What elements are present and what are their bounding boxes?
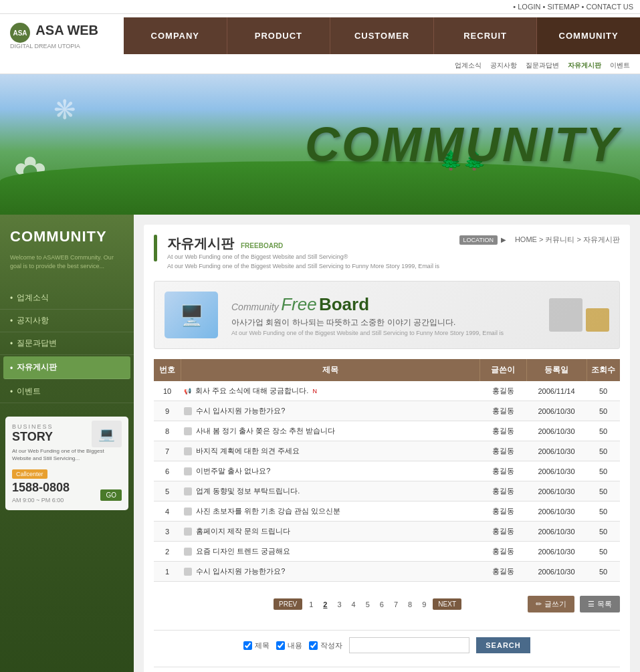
cell-author: 홍길동 [479, 421, 526, 441]
sidebar-item-event[interactable]: • 이벤트 [0, 380, 134, 403]
sidebar-item-notice[interactable]: • 공지사항 [0, 310, 134, 332]
cell-title[interactable]: 수시 입사지원 가능한가요? [181, 401, 479, 421]
normal-icon [184, 427, 192, 435]
login-link[interactable]: • LOGIN [513, 3, 540, 11]
page-3[interactable]: 3 [334, 599, 344, 610]
checkbox-content-input[interactable] [276, 641, 285, 650]
cell-views: 50 [586, 501, 620, 522]
table-row[interactable]: 7 바지직 계획에 대한 의견 주세요 홍길동 2006/10/30 50 [154, 441, 620, 461]
cell-title[interactable]: 📢 회사 주요 소식에 대해 궁금합니다. N [181, 381, 479, 401]
table-row[interactable]: 5 업계 동향및 정보 부탁드립니다. 홍길동 2006/10/30 50 [154, 481, 620, 501]
notice-icon: 📢 [184, 388, 191, 395]
cell-date: 2006/10/30 [526, 421, 586, 441]
checkbox-title-label: 제목 [255, 641, 270, 651]
board-table: 번호 제목 글쓴이 등록일 조회수 10 📢 회사 주요 소식에 대해 궁금합니… [154, 359, 620, 582]
cell-views: 50 [586, 461, 620, 481]
normal-icon [184, 508, 192, 516]
bullet-icon: • [10, 339, 13, 348]
cell-date: 2006/11/14 [526, 381, 586, 401]
table-row[interactable]: 1 수시 입사지원 가능한가요? 홍길동 2006/10/30 50 [154, 562, 620, 582]
cell-num: 4 [154, 501, 181, 522]
cell-author: 홍길동 [479, 401, 526, 421]
divider [154, 667, 620, 667]
page-7[interactable]: 7 [391, 599, 401, 610]
content-wrapper: COMMUNITY Welcome to ASAWEB Community. O… [0, 215, 640, 672]
deco-box-1 [549, 298, 582, 332]
header-accent [154, 235, 157, 261]
page-9[interactable]: 9 [419, 599, 429, 610]
nav-customer[interactable]: CUSTOMER [330, 17, 434, 54]
table-row[interactable]: 2 요즘 디자인 트렌드 궁금해요 홍길동 2006/10/30 50 [154, 542, 620, 562]
cell-title[interactable]: 홈페이지 제작 문의 드립니다 [181, 522, 479, 542]
nav-recruit[interactable]: RECRUIt [434, 17, 538, 54]
list-button[interactable]: ☰ 목록 [580, 596, 620, 612]
cell-author: 홍길동 [479, 441, 526, 461]
page-4[interactable]: 4 [348, 599, 359, 610]
nav-community[interactable]: COMMUNITY [537, 17, 640, 54]
next-button[interactable]: NEXT [433, 598, 461, 610]
search-checkbox-title[interactable]: 제목 [243, 641, 270, 651]
checkbox-author-input[interactable] [309, 641, 318, 650]
page-desc-1: At our Web Funding one of the Biggest We… [167, 253, 439, 262]
page-header: 자유게시판 FREEBOARD At our Web Funding one o… [154, 235, 439, 271]
subnav-freeboard[interactable]: 자유게시판 [568, 62, 601, 69]
logo-icon: ASA [10, 23, 30, 43]
deco-box-2 [586, 308, 609, 332]
go-button[interactable]: GO [100, 489, 122, 501]
page-6[interactable]: 6 [377, 599, 387, 610]
prev-button[interactable]: PREV [274, 598, 302, 610]
cell-date: 2006/10/30 [526, 522, 586, 542]
search-checkbox-author[interactable]: 작성자 [309, 641, 342, 651]
cell-date: 2006/10/30 [526, 441, 586, 461]
page-1[interactable]: 1 [306, 599, 316, 610]
page-title-label: FREEBOARD [241, 242, 283, 249]
contact-link[interactable]: • CONTACT US [582, 3, 633, 11]
subnav-event[interactable]: 이벤트 [610, 62, 630, 69]
cell-num: 10 [154, 381, 181, 401]
sidebar-business-card: BUSINESS STORY 💻 At our Web Funding one … [5, 417, 128, 510]
table-row[interactable]: 9 수시 입사지원 가능한가요? 홍길동 2006/10/30 50 [154, 401, 620, 421]
page-8[interactable]: 8 [405, 599, 415, 610]
sidebar-item-freeboard[interactable]: • 자유게시판 [3, 356, 130, 379]
cell-author: 홍길동 [479, 481, 526, 501]
normal-icon [184, 487, 192, 495]
sitemap-link[interactable]: • SITEMAP [543, 3, 580, 11]
page-5[interactable]: 5 [362, 599, 373, 610]
write-button[interactable]: ✏ 글쓰기 [528, 596, 574, 612]
table-row[interactable]: 6 이번주말 출사 없나요? 홍길동 2006/10/30 50 [154, 461, 620, 481]
th-views: 조회수 [586, 359, 620, 381]
cell-author: 홍길동 [479, 381, 526, 401]
subnav-industry[interactable]: 업계소식 [455, 62, 482, 69]
search-checkbox-content[interactable]: 내용 [276, 641, 302, 651]
logo-subtitle: DIGITAL DREAM UTOPIA [10, 43, 114, 49]
subnav-notice[interactable]: 공지사항 [490, 62, 517, 69]
nav-company[interactable]: COMPANY [124, 17, 227, 54]
cell-date: 2006/10/30 [526, 542, 586, 562]
list-icon: ☰ [588, 600, 595, 608]
table-row[interactable]: 10 📢 회사 주요 소식에 대해 궁금합니다. N 홍길동 2006/11/1… [154, 381, 620, 401]
cell-title[interactable]: 사내 봄 정기 출사 쫒은 장소 추천 받습니다 [181, 421, 479, 441]
cell-title[interactable]: 사진 초보자를 위한 기초 강습 관심 있으신분 [181, 501, 479, 522]
table-row[interactable]: 8 사내 봄 정기 출사 쫒은 장소 추천 받습니다 홍길동 2006/10/3… [154, 421, 620, 441]
sidebar-item-qna[interactable]: • 질문과답변 [0, 332, 134, 355]
cell-title[interactable]: 업계 동향및 정보 부탁드립니다. [181, 481, 479, 501]
table-row[interactable]: 4 사진 초보자를 위한 기초 강습 관심 있으신분 홍길동 2006/10/3… [154, 501, 620, 522]
cell-title[interactable]: 수시 입사지원 가능한가요? [181, 562, 479, 582]
cell-num: 5 [154, 481, 181, 501]
nav-product[interactable]: PRODUCT [227, 17, 331, 54]
table-row[interactable]: 3 홈페이지 제작 문의 드립니다 홍길동 2006/10/30 50 [154, 522, 620, 542]
bullet-icon: • [10, 387, 13, 397]
checkbox-title-input[interactable] [243, 641, 252, 650]
page-2[interactable]: 2 [320, 599, 330, 610]
cell-date: 2006/10/30 [526, 461, 586, 481]
callcenter-badge: Callcenter [12, 469, 47, 479]
main-nav: COMPANY PRODUCT CUSTOMER RECRUIt COMMUNI… [124, 17, 640, 54]
cell-title[interactable]: 바지직 계획에 대한 의견 주세요 [181, 441, 479, 461]
sidebar-item-industry[interactable]: • 업계소식 [0, 287, 134, 310]
search-button[interactable]: SEARCH [476, 637, 530, 653]
cell-title[interactable]: 이번주말 출사 없나요? [181, 461, 479, 481]
bullet-icon: • [10, 316, 13, 326]
subnav-qna[interactable]: 질문과답변 [526, 62, 559, 69]
search-input[interactable] [349, 637, 469, 653]
cell-title[interactable]: 요즘 디자인 트렌드 궁금해요 [181, 542, 479, 562]
